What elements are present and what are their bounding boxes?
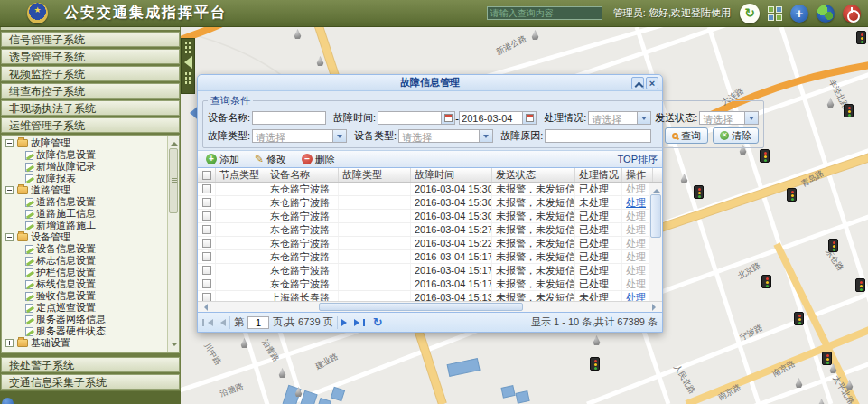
row-checkbox[interactable] <box>202 198 211 207</box>
collapse-toggle-icon[interactable] <box>5 233 14 241</box>
page-number-input[interactable] <box>247 316 269 329</box>
scroll-right-icon[interactable] <box>652 304 659 311</box>
power-icon[interactable] <box>843 5 861 23</box>
tree-leaf[interactable]: 定点巡查设置 <box>2 302 166 314</box>
top-sort-link[interactable]: TOP排序 <box>618 153 658 166</box>
delete-button[interactable]: − 删除 <box>298 152 339 167</box>
close-icon[interactable]: × <box>646 77 658 89</box>
next-page-button[interactable] <box>341 319 350 326</box>
sidebar-item-2[interactable]: 视频监控子系统 <box>1 66 180 81</box>
handle-action-link[interactable]: 处理 <box>626 197 646 208</box>
traffic-signal-icon[interactable] <box>761 275 771 288</box>
column-header-1[interactable]: 设备名称 <box>266 168 339 182</box>
table-row[interactable]: 上海路长春路2016-03-04 15:13:45未报警，未发短信未处理处理 <box>198 291 662 301</box>
fault-time-to-input[interactable] <box>460 112 522 124</box>
traffic-signal-icon[interactable] <box>794 312 804 325</box>
table-row[interactable]: 东仓路宁波路2016-03-04 15:30:00未报警，未发短信已处理处理 <box>198 210 662 223</box>
tree-leaf[interactable]: 道路信息设置 <box>2 196 166 208</box>
row-checkbox[interactable] <box>202 239 211 248</box>
handle-action-link[interactable]: 处理 <box>626 292 646 301</box>
plus-icon[interactable]: + <box>790 5 808 23</box>
row-checkbox[interactable] <box>202 252 211 261</box>
traffic-signal-icon[interactable] <box>855 278 865 292</box>
dialog-titlebar[interactable]: 故障信息管理 × <box>198 75 662 91</box>
tree-leaf[interactable]: 标线信息设置 <box>2 278 166 290</box>
fault-time-from-input[interactable] <box>378 112 441 124</box>
tree-leaf[interactable]: 护栏信息设置 <box>2 267 166 278</box>
modify-button[interactable]: ✎ 修改 <box>251 152 290 167</box>
row-checkbox[interactable] <box>202 266 211 275</box>
hscroll-thumb[interactable] <box>319 303 523 311</box>
sidebar-item-1[interactable]: 诱导管理子系统 <box>1 49 180 64</box>
first-page-button[interactable] <box>202 319 213 326</box>
table-row[interactable]: 东仓路宁波路2016-03-04 15:17:01未报警，未发短信已处理处理 <box>198 264 662 277</box>
column-header-4[interactable]: 发送状态 <box>492 168 575 182</box>
tree-leaf[interactable]: 道路施工信息 <box>2 208 166 220</box>
sidebar-item-4[interactable]: 非现场执法子系统 <box>1 100 180 116</box>
tree-leaf[interactable]: 服务器网络信息 <box>2 314 166 325</box>
sidebar-item-3[interactable]: 缉查布控子系统 <box>1 83 180 99</box>
row-checkbox[interactable] <box>202 225 211 234</box>
fault-time-from-field[interactable] <box>378 111 455 125</box>
traffic-signal-icon[interactable] <box>822 352 832 365</box>
tree-leaf[interactable]: 新增道路施工 <box>2 220 166 231</box>
column-header-3[interactable]: 故障时间 <box>411 168 492 182</box>
expand-toggle-icon[interactable] <box>5 339 14 347</box>
calendar-icon[interactable] <box>522 112 536 124</box>
scroll-up-icon[interactable] <box>171 138 178 146</box>
chevron-down-icon[interactable] <box>744 112 758 124</box>
traffic-signal-icon[interactable] <box>856 31 866 44</box>
recycle-icon[interactable]: ↻ <box>740 4 760 23</box>
chevron-down-icon[interactable] <box>479 130 492 142</box>
column-header-0[interactable]: 节点类型 <box>216 168 266 182</box>
tree-leaf[interactable]: 新增故障记录 <box>2 161 166 173</box>
device-type-select[interactable]: 请选择 <box>398 129 493 143</box>
tree-leaf[interactable]: 故障报表 <box>2 173 166 184</box>
calendar-icon[interactable] <box>441 112 454 124</box>
scroll-left-icon[interactable] <box>201 304 208 311</box>
table-row[interactable]: 东仓路宁波路2016-03-04 15:17:01未报警，未发短信已处理处理 <box>198 250 662 264</box>
search-button[interactable]: 查询 <box>665 127 708 144</box>
table-row[interactable]: 东仓路宁波路2016-03-04 15:30:00未报警，未发短信已处理处理 <box>198 183 662 196</box>
fault-time-to-field[interactable] <box>459 111 537 125</box>
table-row[interactable]: 东仓路宁波路2016-03-04 15:22:50未报警，未发短信已处理处理 <box>198 237 662 250</box>
table-row[interactable]: 东仓路宁波路2016-03-04 15:30:00未报警，未发短信未处理处理 <box>198 196 662 210</box>
column-header-2[interactable]: 故障类型 <box>339 168 411 182</box>
sidebar-item-0[interactable]: 信号管理子系统 <box>1 32 180 47</box>
tree-folder[interactable]: 故障管理 <box>2 137 166 149</box>
grid-vertical-scrollbar[interactable] <box>649 183 662 312</box>
tree-leaf[interactable]: 设备信息设置 <box>2 243 166 255</box>
fault-reason-input[interactable] <box>545 129 651 143</box>
globe-icon[interactable] <box>817 5 835 23</box>
traffic-signal-icon[interactable] <box>760 149 770 163</box>
traffic-signal-icon[interactable] <box>590 357 600 371</box>
global-search-input[interactable] <box>487 6 602 20</box>
sidebar-bottom-item-1[interactable]: 交通信息采集子系统 <box>1 374 180 390</box>
row-checkbox[interactable] <box>202 293 211 301</box>
row-checkbox[interactable] <box>202 211 211 221</box>
collapse-icon[interactable] <box>631 77 644 89</box>
column-header-5[interactable]: 处理情况 <box>575 168 622 182</box>
vscroll-thumb[interactable] <box>650 194 661 238</box>
chevron-down-icon[interactable] <box>637 112 650 124</box>
tree-folder[interactable]: 基础设置 <box>2 337 166 349</box>
add-button[interactable]: + 添加 <box>202 152 243 167</box>
last-page-button[interactable] <box>354 319 365 326</box>
device-name-input[interactable] <box>252 111 326 125</box>
traffic-signal-icon[interactable] <box>844 104 854 117</box>
chevron-down-icon[interactable] <box>332 130 346 142</box>
corner-blue-icon[interactable] <box>2 398 14 404</box>
tree-scrollbar[interactable] <box>167 136 179 352</box>
tree-leaf[interactable]: 标志信息设置 <box>2 255 166 267</box>
scroll-up-icon[interactable] <box>653 185 660 193</box>
sidebar-item-5[interactable]: 运维管理子系统 <box>1 117 180 133</box>
sidebar-bottom-item-0[interactable]: 接处警子系统 <box>1 357 180 372</box>
traffic-signal-icon[interactable] <box>694 185 704 199</box>
traffic-signal-icon[interactable] <box>787 188 797 202</box>
prev-page-button[interactable] <box>217 319 226 326</box>
scroll-down-icon[interactable] <box>171 343 178 350</box>
sidebar-collapse-handle[interactable] <box>181 38 195 94</box>
table-row[interactable]: 东仓路宁波路2016-03-04 15:27:00未报警，未发短信已处理处理 <box>198 223 662 237</box>
grid-icon[interactable] <box>768 6 782 21</box>
row-checkbox[interactable] <box>202 279 211 288</box>
